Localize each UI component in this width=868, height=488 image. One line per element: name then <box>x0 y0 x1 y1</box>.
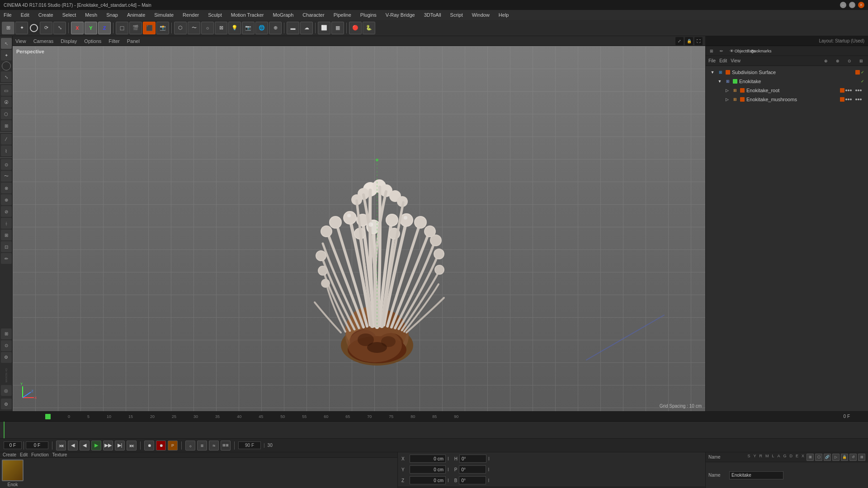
sidebar-bottom-1[interactable]: ⊞ <box>1 328 12 339</box>
toolbar-material-btn[interactable]: ⬜ <box>318 22 330 34</box>
sidebar-tool-f[interactable]: ⊡ <box>1 241 12 252</box>
toolbar-rotate-btn[interactable]: ⟳ <box>40 22 52 34</box>
sidebar-rotate-tool[interactable] <box>2 61 11 70</box>
bfr-btn-7[interactable]: ⊞ <box>858 454 865 461</box>
viewport-fullscreen-icon[interactable]: ⛶ <box>694 37 703 45</box>
menu-motion-tracker[interactable]: Motion Tracker <box>229 11 266 19</box>
menu-pipeline[interactable]: Pipeline <box>332 11 353 19</box>
go-to-start-btn[interactable]: ⏮ <box>56 441 66 450</box>
menu-select[interactable]: Select <box>61 11 78 19</box>
tree-item-enokitake-root[interactable]: ▷ ⊞ Enokitake_root <box>722 86 866 95</box>
mat-create-menu[interactable]: Create <box>3 452 16 457</box>
timeline-track[interactable] <box>0 422 868 438</box>
toolbar-transform-btn[interactable]: ⤡ <box>53 22 66 34</box>
sidebar-tool3[interactable]: ⊞ <box>1 120 12 131</box>
tree-item-enokitake[interactable]: ▼ ⊞ Enokitake ✓ <box>715 77 866 86</box>
current-frame-input[interactable]: 0 F <box>4 441 22 449</box>
tree-item-subdivision[interactable]: ▼ ⊞ Subdivision Surface ✓ <box>708 68 866 77</box>
toolbar-render-btn[interactable]: 🎬 <box>129 22 142 34</box>
toolbar-floor-btn[interactable]: ▬ <box>287 22 299 34</box>
sidebar-box-select[interactable]: ▭ <box>1 85 12 96</box>
coord-y-pos[interactable] <box>410 465 446 474</box>
param-btn[interactable]: ≈ <box>209 441 219 450</box>
toolbar-mode-btn[interactable]: ⊞ <box>2 22 14 34</box>
viewport-canvas[interactable]: Perspective <box>13 46 705 411</box>
menu-help[interactable]: Help <box>497 11 511 19</box>
viewport-lock-icon[interactable]: 🔒 <box>685 37 693 45</box>
viewport-options-menu[interactable]: Options <box>84 38 101 44</box>
viewport[interactable]: View Cameras Display Options Filter Pane… <box>13 36 705 411</box>
menu-character[interactable]: Character <box>301 11 326 19</box>
obj-header-icon4[interactable]: ⊞ <box>857 57 865 65</box>
sidebar-bottom-2[interactable]: ⊙ <box>1 340 12 351</box>
right-icon-objects[interactable]: Objects <box>737 47 745 55</box>
coord-b-val[interactable] <box>459 476 486 484</box>
coord-p-val[interactable] <box>459 465 486 474</box>
menu-create[interactable]: Create <box>37 11 55 19</box>
coord-x-pos[interactable] <box>410 455 446 463</box>
bfr-btn-5[interactable]: 🔒 <box>841 454 848 461</box>
sidebar-settings[interactable]: ⚙ <box>1 399 12 409</box>
menu-render[interactable]: Render <box>181 11 201 19</box>
bfr-btn-2[interactable]: ⬡ <box>815 454 822 461</box>
menu-mograph[interactable]: MoGraph <box>271 11 295 19</box>
toolbar-x-axis[interactable]: X <box>71 22 84 34</box>
menu-mesh[interactable]: Mesh <box>83 11 99 19</box>
toolbar-cube-btn[interactable]: ⬡ <box>174 22 187 34</box>
step-forward-btn[interactable]: ▶| <box>115 441 125 450</box>
toolbar-z-axis[interactable]: Z <box>98 22 111 34</box>
viewport-display-menu[interactable]: Display <box>61 38 77 44</box>
mat-edit-menu[interactable]: Edit <box>20 452 28 457</box>
sidebar-magnet-tool[interactable]: ⊙ <box>1 159 12 170</box>
obj-edit-menu[interactable]: Edit <box>719 58 727 63</box>
bfr-btn-4[interactable]: ▷ <box>832 454 840 461</box>
toolbar-camera-btn[interactable]: 📷 <box>242 22 255 34</box>
toolbar-y-axis[interactable]: Y <box>85 22 97 34</box>
sidebar-paint-tool[interactable]: ✏ <box>1 253 12 264</box>
menu-edit[interactable]: Edit <box>19 11 31 19</box>
timeline-btn[interactable]: ≡ <box>197 441 207 450</box>
menu-vray[interactable]: V-Ray Bridge <box>384 11 417 19</box>
toolbar-scale-btn[interactable] <box>30 24 38 32</box>
toolbar-move-btn[interactable]: ✦ <box>15 22 28 34</box>
toolbar-scene-btn[interactable]: 🌐 <box>255 22 268 34</box>
toolbar-render-region[interactable]: ⬛ <box>143 22 156 34</box>
record-btn[interactable]: ⏺ <box>144 441 154 450</box>
menu-plugins[interactable]: Plugins <box>359 11 378 19</box>
timeline-playhead[interactable] <box>4 422 5 438</box>
restore-button[interactable]: □ <box>849 2 855 8</box>
sidebar-scale-tool[interactable]: ⤡ <box>1 71 12 82</box>
play-reverse-btn[interactable]: ◀ <box>80 441 90 450</box>
record-active-btn[interactable]: ⏺ <box>156 441 166 450</box>
menu-sculpt[interactable]: Sculpt <box>206 11 224 19</box>
obj-header-icon3[interactable]: ⊙ <box>845 57 854 65</box>
toolbar-render-to-po[interactable]: 📸 <box>156 22 169 34</box>
right-icon-1[interactable]: ⊞ <box>708 47 716 55</box>
sidebar-bottom-3[interactable]: ⚙ <box>1 352 12 363</box>
right-icon-bookmarks[interactable]: Bookmarks <box>757 47 765 55</box>
toolbar-sky-btn[interactable]: ☁ <box>300 22 313 34</box>
mat-texture-menu[interactable]: Texture <box>52 452 67 457</box>
obj-header-icon2[interactable]: ⊗ <box>834 57 842 65</box>
toolbar-light-btn[interactable]: 💡 <box>228 22 241 34</box>
minimize-button[interactable]: – <box>840 2 846 8</box>
obj-header-icon1[interactable]: ⊕ <box>822 57 830 65</box>
sidebar-bridge-tool[interactable]: ⌇ <box>1 145 12 156</box>
mat-function-menu[interactable]: Function <box>31 452 48 457</box>
anim-btn[interactable]: ⊞⊞ <box>221 441 231 450</box>
viewport-filter-menu[interactable]: Filter <box>108 38 119 44</box>
menu-snap[interactable]: Snap <box>104 11 120 19</box>
sidebar-move-tool[interactable]: ✦ <box>1 50 12 61</box>
coord-z-pos[interactable] <box>410 476 446 484</box>
menu-animate[interactable]: Animate <box>125 11 147 19</box>
sidebar-tool-b[interactable]: ⊕ <box>1 194 12 205</box>
viewport-cameras-menu[interactable]: Cameras <box>33 38 54 44</box>
play-forward-btn[interactable]: ▶▶ <box>103 441 113 450</box>
toolbar-mograph2-btn[interactable]: ⊕ <box>269 22 282 34</box>
play-btn[interactable]: ▶ <box>91 441 101 450</box>
obj-view-menu[interactable]: View <box>731 58 741 63</box>
sidebar-tool-d[interactable]: ⟊ <box>1 218 12 229</box>
menu-3dtoall[interactable]: 3DToAll <box>422 11 443 19</box>
sidebar-tool-c[interactable]: ⊘ <box>1 206 12 217</box>
right-icon-2[interactable]: ✏ <box>717 47 726 55</box>
